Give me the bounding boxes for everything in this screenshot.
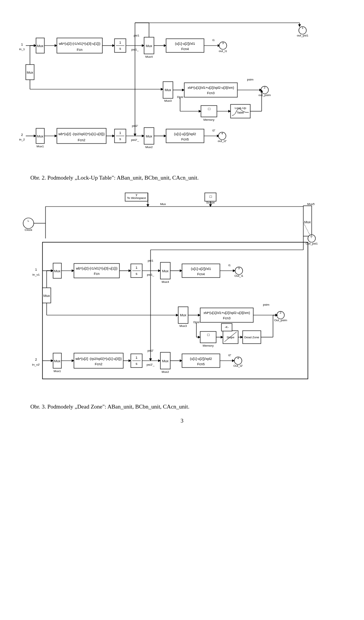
page-number-text: 3 [180,418,184,424]
svg-text:4: 4 [221,132,223,135]
svg-text:out_i2': out_i2' [218,139,227,143]
svg-text:Fcn5: Fcn5 [197,362,205,366]
svg-text:1: 1 [135,356,137,360]
svg-text:To Workspace: To Workspace [127,196,146,200]
svg-text:Mux: Mux [43,294,50,298]
diagram1-container: 1 in_1 Mux wb*(u[2]-(r1/xl1)*(u[3]-u[1])… [15,11,349,171]
svg-text:(u[1]-u[2])/xpl2: (u[1]-u[2])/xpl2 [174,132,196,136]
page: 1 in_1 Mux wb*(u[2]-(r1/xl1)*(u[3]-u[1])… [0,0,364,432]
svg-text:2: 2 [21,133,23,137]
svg-text:1: 1 [119,131,121,135]
svg-text:Mux2: Mux2 [145,145,153,149]
svg-text:☐: ☐ [207,333,210,337]
svg-text:s: s [136,272,138,276]
svg-text:(u[1]-u[2])/xl1: (u[1]-u[2])/xl1 [191,267,211,271]
svg-text:i2': i2' [212,129,215,132]
svg-text:(u[1]-u[2])/xl1: (u[1]-u[2])/xl1 [175,42,195,46]
svg-text:Fcn3: Fcn3 [223,316,231,320]
svg-text:Fcn5: Fcn5 [181,137,189,141]
caption1: Obr. 2. Podmodely „Lock-Up Table": ABan_… [30,175,334,181]
svg-text:wb*(u[2]-(r1/xl1)*(u[3]-u[1])): wb*(u[2]-(r1/xl1)*(u[3]-u[1])) [58,42,100,46]
svg-text:Mux: Mux [37,134,44,138]
svg-text:i1: i1 [212,38,215,42]
svg-text:Mux: Mux [146,134,152,138]
svg-text:2: 2 [264,86,266,89]
svg-text:wb*(u[2] -(rp2/xpl2)*(u[1]-u[3: wb*(u[2] -(rp2/xpl2)*(u[1]-u[3])) [58,132,105,136]
svg-text:☐: ☐ [208,107,210,111]
svg-text:Mux3: Mux3 [179,324,187,328]
svg-text:3: 3 [238,267,240,270]
svg-text:2: 2 [280,311,282,314]
svg-text:Fcn4: Fcn4 [197,272,205,276]
svg-text:i1: i1 [228,263,231,267]
svg-text:Slope: Slope [227,336,235,339]
svg-text:☐: ☐ [209,195,212,199]
caption2: Obr. 3. Podmodely „Dead Zone": ABan_unit… [30,404,334,410]
svg-text:Mux3: Mux3 [164,99,172,103]
svg-text:Out_psim: Out_psim [274,319,287,322]
svg-text:Mux4: Mux4 [162,280,169,284]
svg-text:4: 4 [237,357,239,360]
svg-text:Out_i1: Out_i1 [234,274,243,278]
svg-text:1: 1 [302,26,304,30]
svg-text:out_psi1: out_psi1 [297,34,309,37]
svg-text:i2': i2' [228,353,231,357]
svg-text:Mux: Mux [162,359,169,363]
svg-text:Fcn2: Fcn2 [78,138,85,142]
svg-text:Mux: Mux [162,269,169,273]
svg-text:Mux: Mux [54,269,61,273]
svg-text:psim: psim [263,303,270,306]
svg-text:Mux: Mux [180,313,187,317]
svg-text:Fcn: Fcn [94,272,99,276]
svg-text:Mux: Mux [160,202,166,206]
svg-text:psi2'_: psi2'_ [131,138,139,142]
svg-text:1: 1 [311,234,313,238]
svg-text:Mux: Mux [146,44,152,48]
svg-text:out_i1: out_i1 [219,49,227,53]
svg-text:in_2: in_2 [19,138,25,141]
svg-text:xM*(u[1]/xl1+u[2]/xpl2-u[3]/xm: xM*(u[1]/xl1+u[2]/xpl2-u[3]/xm) [188,86,234,90]
svg-text:s: s [119,47,121,50]
svg-text:s: s [119,137,121,141]
caption1-text: Obr. 2. Podmodely „Lock-Up Table": ABan_… [30,175,199,181]
svg-text:1: 1 [119,41,121,44]
svg-text:(u[1]-u[2])/xpl2: (u[1]-u[2])/xpl2 [190,357,212,361]
diagram2-container: y To Workspace ☐ Scope Mux Mux5 Mux L Cl… [15,187,349,400]
svg-text:psi1: psi1 [134,34,140,37]
svg-text:Clock: Clock [25,228,33,232]
svg-text:1: 1 [35,268,37,271]
svg-text:Mux: Mux [54,359,61,363]
svg-text:y: y [136,193,137,196]
svg-text:Mux: Mux [304,220,311,224]
svg-text:3: 3 [222,41,224,45]
svg-text:wb*(u[2]-(r1/xl1)*(u[3]-u[1])): wb*(u[2]-(r1/xl1)*(u[3]-u[1])) [75,267,118,270]
svg-text:out_psim: out_psim [259,93,271,97]
svg-text:2: 2 [35,358,37,361]
svg-text:wb*(u[2] -(rp2/xpl2)*(u[1]-u[3: wb*(u[2] -(rp2/xpl2)*(u[1]-u[3])) [75,357,122,361]
caption2-text: Obr. 3. Podmodely „Dead Zone": ABan_unit… [30,404,189,410]
svg-text:Mux5: Mux5 [307,202,315,206]
svg-text:Fcn4: Fcn4 [181,47,189,51]
svg-text:-K-: -K- [225,325,229,329]
svg-text:In_v2': In_v2' [32,363,40,366]
svg-text:Memory: Memory [204,118,215,121]
svg-text:psim: psim [247,78,254,81]
svg-text:1: 1 [21,43,23,46]
svg-text:Mux1: Mux1 [36,145,44,148]
svg-text:Fcn2: Fcn2 [95,362,102,366]
svg-text:Mux2: Mux2 [162,370,169,374]
svg-text:1: 1 [135,266,137,270]
svg-text:Fcn: Fcn [77,48,82,52]
svg-text:Mux1: Mux1 [53,369,61,373]
svg-text:psi2'_: psi2'_ [147,363,155,366]
svg-text:s: s [136,362,138,366]
svg-text:xM*(u[1]/xl1+u[2]/xpl2-u[3]/xm: xM*(u[1]/xl1+u[2]/xpl2-u[3]/xm) [204,311,250,315]
svg-text:Mux: Mux [27,71,33,74]
svg-text:L: L [28,219,29,222]
svg-text:Dead Zone: Dead Zone [244,336,259,339]
svg-text:Out_i2': Out_i2' [233,364,243,368]
svg-text:Fcn3: Fcn3 [207,91,215,95]
svg-text:Mux: Mux [37,44,44,48]
svg-text:in_1: in_1 [19,47,25,51]
page-number: 3 [15,418,349,424]
